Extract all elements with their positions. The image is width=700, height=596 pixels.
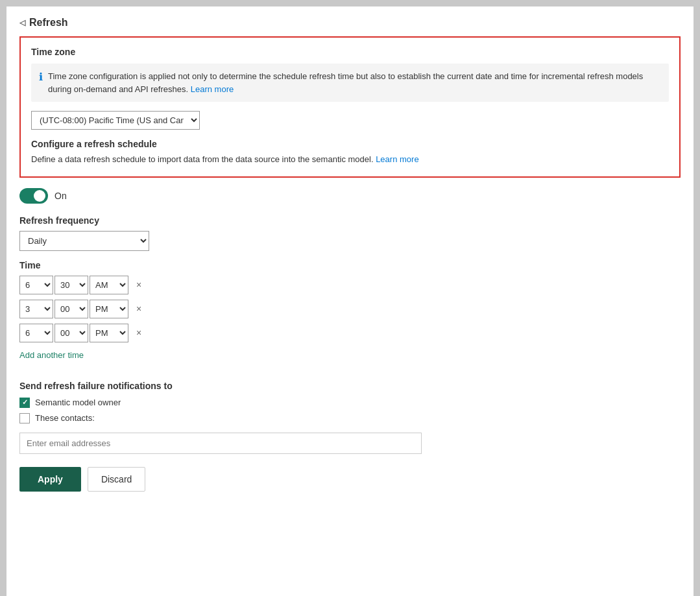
refresh-frequency-label: Refresh frequency xyxy=(19,215,681,226)
refresh-frequency-select[interactable]: Daily Weekly xyxy=(19,231,149,251)
time-row-2: 12345 6789101112 00153045 AMPM × xyxy=(19,300,681,318)
remove-time-1-button[interactable]: × xyxy=(134,278,144,291)
notifications-title: Send refresh failure notifications to xyxy=(19,381,681,391)
time-1-minute-select[interactable]: 00153045 xyxy=(54,276,88,294)
timezone-select[interactable]: (UTC-08:00) Pacific Time (US and Can (UT… xyxy=(31,111,200,130)
configure-learn-more-link[interactable]: Learn more xyxy=(376,154,418,164)
add-another-time-link[interactable]: Add another time xyxy=(19,350,84,360)
time-3-minute-select[interactable]: 00153045 xyxy=(54,324,88,342)
notifications-section: Send refresh failure notifications to Se… xyxy=(19,381,681,454)
page-title: ◁ Refresh xyxy=(19,17,681,29)
checkbox-contacts[interactable] xyxy=(19,413,30,423)
toggle-knob xyxy=(34,190,45,202)
time-2-ampm-select[interactable]: AMPM xyxy=(90,300,128,318)
configure-refresh-title: Configure a refresh schedule xyxy=(31,139,669,149)
time-label: Time xyxy=(19,260,681,270)
discard-button[interactable]: Discard xyxy=(88,467,145,492)
email-input[interactable] xyxy=(19,433,422,454)
checkbox-owner-label: Semantic model owner xyxy=(35,398,121,407)
page-title-text: Refresh xyxy=(29,17,68,29)
checkbox-row-owner: Semantic model owner xyxy=(19,398,681,408)
time-1-hour-select[interactable]: 6 12345 789101112 xyxy=(19,276,53,294)
checkbox-contacts-label: These contacts: xyxy=(35,413,95,423)
button-row: Apply Discard xyxy=(19,467,681,492)
info-icon: ℹ xyxy=(39,71,43,83)
refresh-frequency-group: Refresh frequency Daily Weekly xyxy=(19,215,681,251)
remove-time-2-button[interactable]: × xyxy=(134,302,144,315)
time-2-minute-select[interactable]: 00153045 xyxy=(54,300,88,318)
back-arrow-icon: ◁ xyxy=(19,18,25,27)
checkbox-owner[interactable] xyxy=(19,398,30,408)
timezone-learn-more-link[interactable]: Learn more xyxy=(191,84,234,94)
checkbox-row-contacts: These contacts: xyxy=(19,413,681,423)
time-1-ampm-select[interactable]: AMPM xyxy=(90,276,128,294)
page-container: ◁ Refresh Time zone ℹ Time zone configur… xyxy=(6,6,694,596)
time-field-group: Time 6 12345 789101112 00153045 AMPM × 1… xyxy=(19,260,681,372)
toggle-label: On xyxy=(54,191,67,201)
time-3-ampm-select[interactable]: AMPM xyxy=(90,324,128,342)
time-2-hour-select[interactable]: 12345 6789101112 xyxy=(19,300,53,318)
time-row-3: 12345 6789101112 00153045 AMPM × xyxy=(19,324,681,342)
refresh-toggle[interactable] xyxy=(19,188,48,204)
timezone-info-box: ℹ Time zone configuration is applied not… xyxy=(31,64,669,102)
time-3-hour-select[interactable]: 12345 6789101112 xyxy=(19,324,53,342)
timezone-info-text: Time zone configuration is applied not o… xyxy=(48,70,661,95)
apply-button[interactable]: Apply xyxy=(19,467,81,492)
toggle-row: On xyxy=(19,188,681,204)
timezone-config-section: Time zone ℹ Time zone configuration is a… xyxy=(19,36,681,178)
remove-time-3-button[interactable]: × xyxy=(134,326,144,339)
timezone-section-title: Time zone xyxy=(31,47,669,57)
time-row-1: 6 12345 789101112 00153045 AMPM × xyxy=(19,276,681,294)
configure-refresh-desc: Define a data refresh schedule to import… xyxy=(31,153,669,166)
